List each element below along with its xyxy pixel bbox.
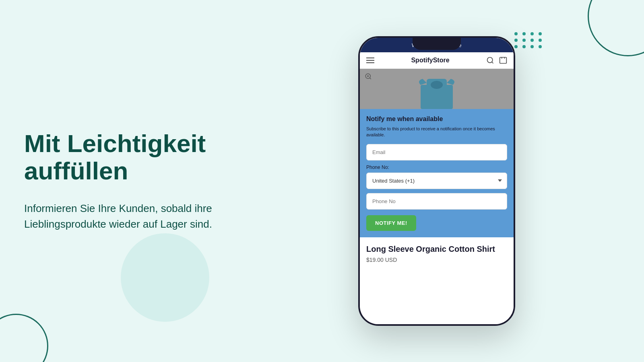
sub-text: Informieren Sie Ihre Kunden, sobald ihre… xyxy=(24,201,266,232)
phone-mockup: Welcome to our store SpotifyStore xyxy=(358,36,515,326)
svg-line-1 xyxy=(492,62,493,64)
svg-point-9 xyxy=(431,81,443,89)
notify-description: Subscribe to this product to receive a n… xyxy=(366,126,507,138)
phone-nav: SpotifyStore xyxy=(360,52,514,69)
bg-circle-bottom-left xyxy=(0,314,48,362)
product-info: Long Sleeve Organic Cotton Shirt $19.00 … xyxy=(360,237,514,269)
dot-grid-decoration xyxy=(514,32,543,48)
hamburger-icon[interactable] xyxy=(366,58,374,63)
notify-button[interactable]: NOTIFY ME! xyxy=(366,215,416,231)
notify-panel: Notify me when available Subscribe to th… xyxy=(360,109,514,237)
product-shirt-image xyxy=(413,73,461,109)
bg-circle-top-right xyxy=(588,0,644,56)
bg-blob-left xyxy=(121,233,209,322)
product-name: Long Sleeve Organic Cotton Shirt xyxy=(366,244,507,254)
left-content: Mit Leichtigkeit auffüllen Informieren S… xyxy=(24,130,266,232)
svg-rect-2 xyxy=(500,58,507,64)
main-heading: Mit Leichtigkeit auffüllen xyxy=(24,130,266,185)
phone-notch xyxy=(413,38,461,50)
phone-screen: Welcome to our store SpotifyStore xyxy=(360,38,514,324)
product-price: $19.00 USD xyxy=(366,257,507,263)
search-icon[interactable] xyxy=(486,56,494,64)
notify-title: Notify me when available xyxy=(366,115,507,123)
cart-icon[interactable] xyxy=(499,56,507,64)
product-image-area xyxy=(360,69,514,109)
svg-point-0 xyxy=(487,58,493,63)
phone-number-input[interactable] xyxy=(366,193,507,210)
phone-label: Phone No: xyxy=(366,165,507,170)
nav-icons xyxy=(486,56,507,64)
country-select[interactable]: United States (+1) xyxy=(366,173,507,189)
store-name-label: SpotifyStore xyxy=(411,57,449,64)
email-input[interactable] xyxy=(366,144,507,160)
phone-frame: Welcome to our store SpotifyStore xyxy=(358,36,515,326)
